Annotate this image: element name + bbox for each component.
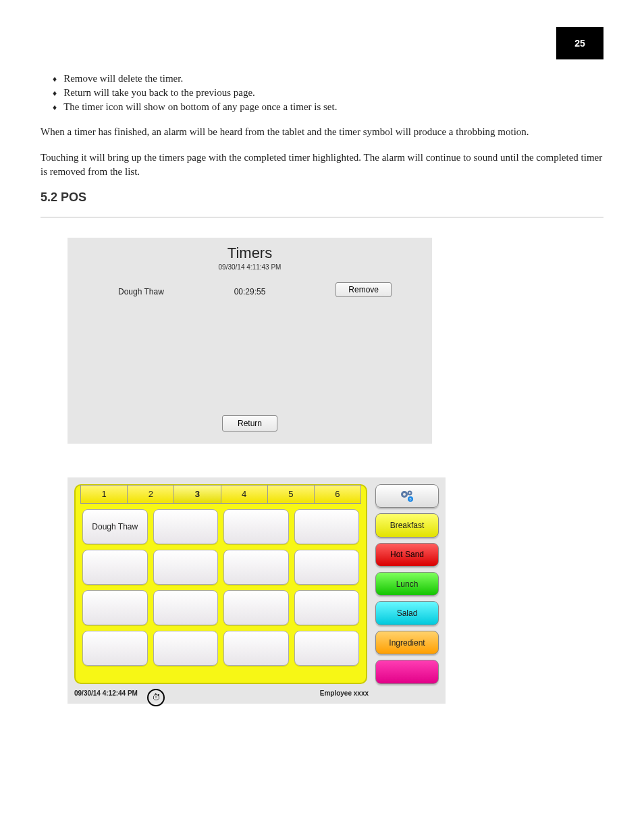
- tabstrip: 1 2 3 4 5 6: [80, 485, 361, 504]
- grid-cell[interactable]: [153, 590, 219, 625]
- grid-cell[interactable]: [153, 509, 219, 544]
- bullet-item: The timer icon will show on bottom of an…: [53, 101, 603, 113]
- footer-employee: Employee xxxx: [320, 689, 369, 697]
- bullet-list: Remove will delete the timer. Return wil…: [41, 73, 603, 113]
- divider: [41, 217, 603, 217]
- category-salad[interactable]: Salad: [375, 601, 439, 625]
- grid-cell[interactable]: Dough Thaw: [82, 509, 148, 544]
- tab-5[interactable]: 5: [268, 486, 315, 503]
- svg-point-1: [403, 493, 406, 496]
- grid-cell[interactable]: [223, 590, 289, 625]
- bullet-item: Return will take you back to the previou…: [53, 87, 603, 99]
- stopwatch-icon: ⏱: [152, 692, 161, 702]
- body-paragraph: When a timer has finished, an alarm will…: [41, 125, 603, 138]
- body-paragraph: Touching it will bring up the timers pag…: [41, 151, 603, 178]
- category-empty[interactable]: [375, 660, 439, 683]
- grid-cell[interactable]: [294, 550, 360, 585]
- dialog-datetime: 09/30/14 4:11:43 PM: [68, 263, 432, 271]
- gear-icon: ?: [399, 489, 415, 502]
- timer-indicator[interactable]: ⏱: [147, 689, 165, 706]
- category-sidebar: ? Breakfast Hot Sand Lunch Salad Ingredi…: [375, 484, 439, 684]
- section-heading: 5.2 POS: [41, 190, 603, 205]
- svg-point-3: [409, 492, 411, 494]
- tab-3[interactable]: 3: [174, 486, 221, 503]
- grid-cell[interactable]: [153, 631, 219, 666]
- timer-row: Dough Thaw 00:29:55 Remove: [68, 284, 432, 300]
- timers-dialog: Timers 09/30/14 4:11:43 PM Dough Thaw 00…: [68, 238, 432, 444]
- grid-cell[interactable]: [294, 631, 360, 666]
- category-hotsand[interactable]: Hot Sand: [375, 543, 439, 567]
- footer-datetime: 09/30/14 4:12:44 PM: [74, 689, 138, 697]
- remove-button[interactable]: Remove: [336, 282, 392, 297]
- pos-panel: 1 2 3 4 5 6 Dough Thaw: [68, 477, 446, 704]
- bullet-item: Remove will delete the timer.: [53, 73, 603, 84]
- tab-4[interactable]: 4: [221, 486, 268, 503]
- grid-cell[interactable]: [153, 550, 219, 585]
- grid-cell[interactable]: [294, 509, 360, 544]
- category-lunch[interactable]: Lunch: [375, 572, 439, 596]
- grid-cell[interactable]: [294, 590, 360, 625]
- settings-button[interactable]: ?: [375, 484, 439, 508]
- category-breakfast[interactable]: Breakfast: [375, 513, 439, 537]
- category-ingredient[interactable]: Ingredient: [375, 631, 439, 654]
- grid-cell[interactable]: [223, 631, 289, 666]
- return-button[interactable]: Return: [222, 415, 277, 432]
- grid-cell[interactable]: [82, 631, 148, 666]
- grid-cell[interactable]: [82, 550, 148, 585]
- product-grid-panel: 1 2 3 4 5 6 Dough Thaw: [74, 484, 367, 684]
- page-number-badge: 25: [556, 27, 603, 59]
- grid-cell[interactable]: [223, 550, 289, 585]
- grid-cell[interactable]: [82, 590, 148, 625]
- grid-cell[interactable]: [223, 509, 289, 544]
- tab-1[interactable]: 1: [81, 486, 128, 503]
- tab-6[interactable]: 6: [315, 486, 360, 503]
- tab-2[interactable]: 2: [128, 486, 174, 503]
- dialog-title: Timers: [68, 244, 432, 262]
